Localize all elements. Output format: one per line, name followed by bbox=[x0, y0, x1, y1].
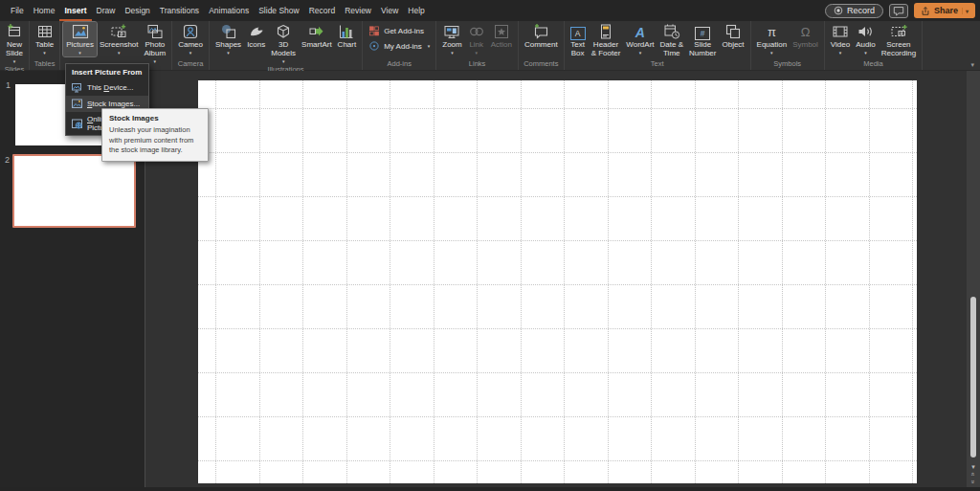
slide-number-label: Slide Number bbox=[689, 41, 716, 58]
cameo-button[interactable]: Cameo ▾ bbox=[175, 22, 206, 56]
stock-images-icon bbox=[72, 99, 82, 109]
get-addins-button[interactable]: Get Add-ins bbox=[366, 24, 427, 37]
comment-label: Comment bbox=[524, 41, 558, 50]
titlebar: File Home Insert Draw Design Transitions… bbox=[0, 0, 980, 21]
zoom-button[interactable]: Zoom ▾ bbox=[439, 22, 464, 56]
shapes-button[interactable]: Shapes ▾ bbox=[212, 22, 244, 56]
ribbon-group-slides: New Slide ▾ Slides bbox=[0, 21, 30, 70]
text-box-label: Text Box bbox=[570, 41, 585, 58]
smartart-button[interactable]: SmartArt bbox=[299, 22, 335, 51]
slide-grid-line bbox=[198, 152, 917, 153]
slide[interactable] bbox=[198, 80, 917, 483]
menu-tab-transitions[interactable]: Transitions bbox=[155, 0, 204, 21]
slide-grid-line bbox=[521, 80, 522, 483]
action-label: Action bbox=[491, 41, 512, 50]
slide-grid-line bbox=[608, 80, 609, 483]
ribbon-group-camera: Cameo ▾ Camera bbox=[172, 21, 210, 70]
share-caret-icon[interactable]: ▾ bbox=[962, 8, 969, 14]
menu-tab-insert[interactable]: Insert bbox=[59, 0, 91, 21]
menu-tab-review[interactable]: Review bbox=[340, 0, 376, 21]
date-time-button[interactable]: Date & Time bbox=[657, 22, 686, 59]
equation-button[interactable]: π Equation ▾ bbox=[754, 22, 791, 56]
slide-2-number: 2 bbox=[5, 155, 10, 165]
zoom-caret-icon: ▾ bbox=[451, 51, 454, 56]
pi-icon: π bbox=[768, 23, 776, 40]
video-button[interactable]: Video ▾ bbox=[828, 22, 853, 56]
powerpoint-app: { "titlebar": { "menu": ["File","Home","… bbox=[0, 0, 980, 491]
header-footer-button[interactable]: Header & Footer bbox=[589, 22, 624, 59]
record-button[interactable]: Record bbox=[825, 4, 883, 18]
new-slide-button[interactable]: New Slide ▾ bbox=[3, 22, 26, 65]
text-box-button[interactable]: A Text Box bbox=[568, 22, 589, 59]
online-pictures-icon bbox=[72, 119, 82, 129]
comments-titlebar-button[interactable] bbox=[889, 4, 908, 18]
scrollbar-thumb[interactable] bbox=[970, 297, 976, 458]
tooltip-body: Unleash your imagination with premium co… bbox=[109, 125, 201, 156]
comment-button[interactable]: Comment bbox=[522, 22, 561, 51]
photo-album-label: Photo Album bbox=[145, 41, 167, 58]
object-button[interactable]: Object bbox=[719, 22, 746, 51]
link-caret-icon: ▾ bbox=[475, 51, 478, 56]
equation-label: Equation bbox=[757, 41, 788, 50]
slide-grid-line bbox=[564, 80, 565, 483]
record-dot-icon bbox=[834, 6, 843, 15]
pictures-icon bbox=[72, 23, 89, 40]
slide-grid-line bbox=[198, 416, 917, 417]
3d-models-button[interactable]: 3D Models ▾ bbox=[268, 22, 299, 65]
previous-slide-icon[interactable]: « bbox=[970, 473, 977, 477]
link-button: Link ▾ bbox=[465, 22, 488, 56]
menu-item-this-device[interactable]: This Device... bbox=[66, 79, 148, 96]
collapse-ribbon-icon[interactable]: ▾ bbox=[970, 61, 974, 69]
menu-tab-help[interactable]: Help bbox=[403, 0, 429, 21]
menu-tab-slide-show[interactable]: Slide Show bbox=[254, 0, 304, 21]
menu-tab-home[interactable]: Home bbox=[29, 0, 60, 21]
table-label: Table bbox=[35, 41, 54, 50]
3d-cube-icon bbox=[275, 23, 292, 40]
slide-grid-line bbox=[695, 80, 696, 483]
menu-tab-file[interactable]: File bbox=[6, 0, 29, 21]
slide-grid-line bbox=[198, 328, 917, 329]
my-addins-button[interactable]: My Add-ins ▾ bbox=[366, 39, 433, 53]
menu-tab-design[interactable]: Design bbox=[120, 0, 154, 21]
group-label-tables: Tables bbox=[34, 59, 56, 70]
table-caret-icon: ▾ bbox=[43, 51, 46, 56]
slide-2-thumbnail[interactable] bbox=[12, 154, 136, 228]
slide-grid-line bbox=[198, 108, 917, 109]
wordart-button[interactable]: A WordArt ▾ bbox=[623, 22, 657, 56]
ribbon-group-addins: Get Add-ins My Add-ins ▾ Add-ins bbox=[363, 21, 436, 70]
chart-button[interactable]: Chart bbox=[335, 22, 360, 51]
header-footer-icon bbox=[597, 23, 614, 40]
this-device-label: This Device... bbox=[87, 83, 133, 92]
my-addins-icon bbox=[368, 40, 380, 52]
ribbon-group-symbols: π Equation ▾ Ω Symbol Symbols bbox=[751, 21, 825, 70]
zoom-label: Zoom bbox=[442, 41, 461, 50]
slide-grid-line bbox=[259, 80, 260, 483]
menu-tab-view[interactable]: View bbox=[376, 0, 403, 21]
shapes-label: Shapes bbox=[215, 41, 241, 50]
scroll-down-icon[interactable]: ▾ bbox=[971, 463, 975, 470]
screen-recording-button[interactable]: Screen Recording bbox=[879, 22, 919, 59]
next-slide-icon[interactable]: » bbox=[970, 480, 977, 484]
cameo-icon bbox=[182, 23, 199, 40]
audio-button[interactable]: Audio ▾ bbox=[853, 22, 878, 56]
smartart-label: SmartArt bbox=[301, 41, 332, 50]
equation-caret-icon: ▾ bbox=[770, 51, 773, 56]
pictures-button[interactable]: Pictures ▾ bbox=[63, 22, 97, 56]
vertical-scrollbar[interactable]: ▾ « » bbox=[967, 71, 980, 487]
zoom-slides-icon bbox=[443, 23, 460, 40]
slide-number-button[interactable]: # Slide Number bbox=[686, 22, 719, 59]
slide-canvas-area bbox=[146, 71, 967, 487]
share-button[interactable]: Share ▾ bbox=[914, 3, 975, 18]
3d-models-caret-icon: ▾ bbox=[282, 59, 285, 64]
shapes-icon bbox=[220, 23, 237, 40]
slide-grid-line bbox=[651, 80, 652, 483]
menu-tab-animations[interactable]: Animations bbox=[204, 0, 254, 21]
photo-album-button[interactable]: Photo Album ▾ bbox=[142, 22, 169, 65]
screenshot-button[interactable]: Screenshot ▾ bbox=[97, 22, 141, 56]
menu-tab-record[interactable]: Record bbox=[304, 0, 340, 21]
icons-button[interactable]: Icons bbox=[244, 22, 268, 51]
table-button[interactable]: Table ▾ bbox=[33, 22, 56, 56]
text-box-icon: A bbox=[570, 23, 586, 40]
group-label-text: Text bbox=[651, 59, 664, 70]
menu-tab-draw[interactable]: Draw bbox=[92, 0, 121, 21]
